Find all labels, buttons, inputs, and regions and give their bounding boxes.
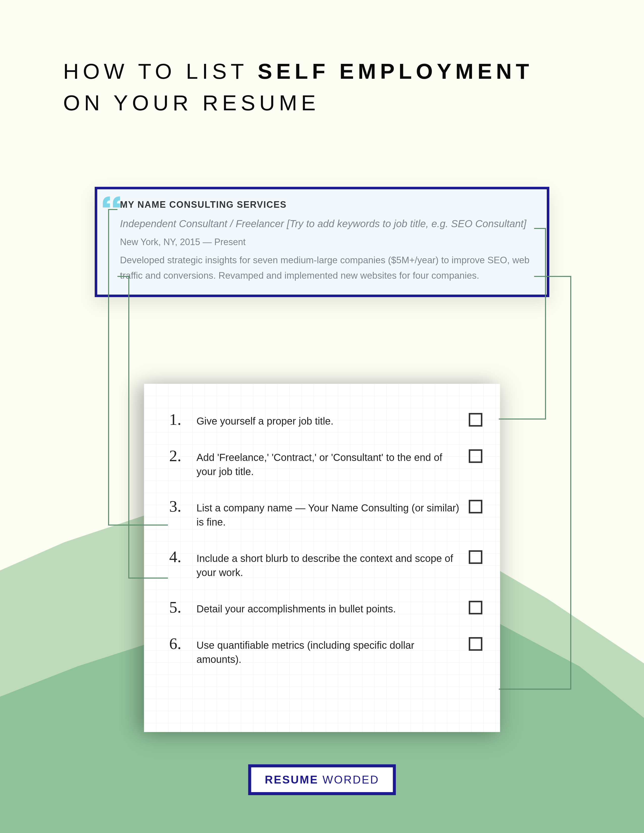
title-pre: HOW TO LIST bbox=[63, 59, 258, 83]
checkbox-icon bbox=[469, 449, 482, 463]
example-card: MY NAME CONSULTING SERVICES Independent … bbox=[95, 187, 549, 297]
brand-light: WORDED bbox=[319, 774, 379, 786]
item-number: 6. bbox=[169, 635, 189, 652]
item-text: Use quantifiable metrics (including spec… bbox=[196, 635, 482, 666]
example-job-title: Independent Consultant / Freelancer [Try… bbox=[120, 215, 533, 232]
brand-bold: RESUME bbox=[265, 774, 319, 786]
checklist-item-2: 2. Add 'Freelance,' 'Contract,' or 'Cons… bbox=[169, 448, 482, 479]
checkbox-icon bbox=[469, 413, 482, 426]
example-body: Developed strategic insights for seven m… bbox=[120, 252, 533, 283]
checklist-item-6: 6. Use quantifiable metrics (including s… bbox=[169, 635, 482, 666]
item-number: 3. bbox=[169, 498, 189, 515]
item-number: 4. bbox=[169, 549, 189, 565]
item-text: Detail your accomplishments in bullet po… bbox=[196, 599, 482, 616]
brand-name: RESUME WORDED bbox=[265, 774, 379, 786]
title-bold: SELF EMPLOYMENT bbox=[258, 59, 533, 83]
example-company: MY NAME CONSULTING SERVICES bbox=[120, 199, 533, 210]
checklist-item-4: 4. Include a short blurb to describe the… bbox=[169, 549, 482, 580]
item-number: 5. bbox=[169, 599, 189, 616]
checklist-item-5: 5. Detail your accomplishments in bullet… bbox=[169, 599, 482, 616]
item-text: Include a short blurb to describe the co… bbox=[196, 549, 482, 580]
page-heading: HOW TO LIST SELF EMPLOYMENT ON YOUR RESU… bbox=[63, 56, 581, 118]
title-post: ON YOUR RESUME bbox=[63, 91, 320, 115]
item-number: 2. bbox=[169, 448, 189, 464]
item-text: List a company name — Your Name Consulti… bbox=[196, 498, 482, 529]
quote-icon bbox=[102, 194, 122, 209]
item-text: Add 'Freelance,' 'Contract,' or 'Consult… bbox=[196, 448, 482, 479]
footer-logo: RESUME WORDED bbox=[248, 764, 396, 795]
checkbox-icon bbox=[469, 601, 482, 614]
checklist-card: 1. Give yourself a proper job title. 2. … bbox=[144, 384, 500, 732]
checklist-item-3: 3. List a company name — Your Name Consu… bbox=[169, 498, 482, 529]
item-number: 1. bbox=[169, 412, 189, 428]
checklist-item-1: 1. Give yourself a proper job title. bbox=[169, 412, 482, 428]
checkbox-icon bbox=[469, 550, 482, 564]
page-title: HOW TO LIST SELF EMPLOYMENT ON YOUR RESU… bbox=[63, 56, 581, 118]
checkbox-icon bbox=[469, 637, 482, 651]
checkbox-icon bbox=[469, 500, 482, 513]
example-location-date: New York, NY, 2015 — Present bbox=[120, 237, 533, 248]
item-text: Give yourself a proper job title. bbox=[196, 412, 482, 428]
